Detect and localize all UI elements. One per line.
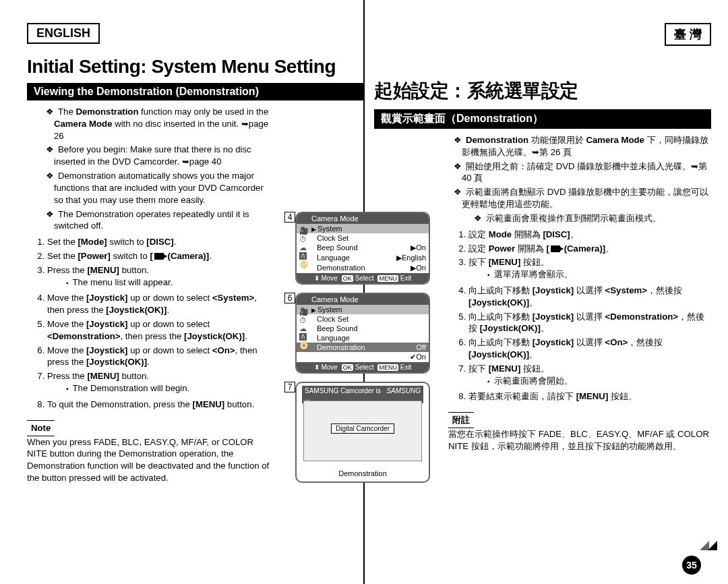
step-item: 設定 Power 開關為 [ (Camera)]。 (468, 243, 711, 255)
step-item: 向上或向下移動 [Joystick] 以選擇 <Demonstration>，然… (468, 311, 711, 335)
note-text: When you press FADE, BLC, EASY.Q, MF/AF,… (27, 436, 270, 484)
substep: 選單清單將會顯示。 (487, 268, 711, 281)
menu-row-selected: DemonstrationOff (297, 343, 429, 352)
intro-item: The Demonstration operates repeatedly un… (46, 208, 270, 233)
screen-title: Camera Mode (297, 294, 429, 305)
substep: The menu list will appear. (66, 276, 270, 289)
step-item: 設定 Mode 開關為 [DISC]。 (468, 229, 711, 241)
step-item: Move the [Joystick] up or down to select… (47, 345, 270, 369)
step-item: 按下 [MENU] 按鈕。 示範畫面將會開始。 (468, 363, 711, 387)
intro-item: Demonstration 功能僅限用於 Camera Mode 下，同時攝錄放… (454, 134, 711, 158)
screen-footer: ⬍ Move OK Select MENU Exit (297, 362, 429, 372)
figure-label-6: 6 (284, 293, 295, 303)
step-item: Set the [Power] switch to [ (Camera)]. (47, 250, 270, 262)
lang-badge-taiwan: 臺 灣 (665, 23, 711, 46)
note-label: 附註 (448, 412, 474, 428)
sidebar-icons: 🎥⏱☁🅰📀 (299, 308, 309, 350)
title-right: 起始設定：系統選單設定 (374, 78, 711, 104)
step-item: Set the [Mode] switch to [DISC]. (47, 236, 270, 248)
intro-item: 示範畫面將自動顯示 DVD 攝錄放影機中的主要功能，讓您可以更輕鬆地使用這些功能… (454, 186, 711, 210)
figure-label-4: 4 (284, 212, 295, 223)
substep: 示範畫面將會開始。 (487, 375, 711, 387)
note-text: 當您在示範操作時按下 FADE、BLC、EASY.Q、MF/AF 或 COLOR… (448, 428, 711, 452)
camera-icon (154, 253, 164, 260)
center-figures: 4 🎥⏱☁🅰📀 Camera Mode System Clock Set Bee… (295, 212, 433, 483)
intro-item: 示範畫面會重複操作直到關閉示範畫面模式。 (474, 212, 711, 225)
intro-item: 開始使用之前：請確定 DVD 攝錄放影機中並未插入光碟。➥第 40 頁 (454, 160, 711, 185)
menu-screen-6: 🎥⏱☁🅰📀 Camera Mode System Clock Set Beep … (295, 293, 430, 374)
menu-row: Language (297, 333, 429, 343)
subheading-left: Viewing the Demonstration (Demonstration… (27, 83, 364, 100)
menu-row: Clock Set (297, 233, 429, 243)
menu-row: Beep Sound (297, 324, 429, 333)
menu-row: ✔On (297, 352, 429, 362)
left-body: The Demonstration function may only be u… (27, 106, 270, 484)
step-item: 向上或向下移動 [Joystick] 以選擇 <On>，然後按 [Joystic… (468, 337, 711, 361)
step-item: 若要結束示範畫面，請按下 [MENU] 按鈕。 (468, 390, 711, 403)
step-item: Press the [MENU] button. The Demonstrati… (47, 370, 270, 395)
lang-badge-english: ENGLISH (27, 23, 100, 44)
screen-title: Camera Mode (297, 213, 429, 224)
step-item: Move the [Joystick] up or down to select… (47, 318, 270, 343)
menu-screen-4: 🎥⏱☁🅰📀 Camera Mode System Clock Set Beep … (295, 212, 430, 285)
menu-row: Beep Sound▶On (297, 243, 429, 253)
step-item: 按下 [MENU] 按鈕。 選單清單將會顯示。 (468, 256, 711, 281)
intro-item: Before you begin: Make sure that there i… (46, 144, 270, 168)
step-item: To quit the Demonstration, press the [ME… (47, 399, 270, 411)
step-item: 向上或向下移動 [Joystick] 以選擇 <System>，然後按 [Joy… (468, 285, 711, 309)
promo-label: Digital Camcorder (331, 424, 394, 434)
screen-footer: ⬍ Move OK Select MENU Exit (297, 273, 429, 283)
menu-row: Demonstration▶On (297, 263, 429, 273)
menu-section: System (297, 224, 429, 233)
intro-item: Demonstration automatically shows you th… (46, 170, 270, 206)
menu-section: System (297, 305, 429, 314)
title-left: Initial Setting: System Menu Setting (27, 56, 364, 78)
subheading-right: 觀賞示範畫面（Demonstration） (374, 109, 711, 129)
intro-item: The Demonstration function may only be u… (46, 106, 270, 142)
menu-row: Language▶English (297, 253, 429, 263)
figure-label-7: 7 (284, 382, 295, 392)
menu-row: Clock Set (297, 314, 429, 324)
note-label: Note (27, 420, 55, 436)
demo-screen-7: SAMSUNG Camcorder is ... SAMSUNG Digital… (295, 382, 430, 483)
page-number: 35 (682, 556, 701, 575)
substep: The Demonstration will begin. (66, 382, 270, 395)
step-item: Press the [MENU] button. The menu list w… (47, 264, 270, 289)
sidebar-icons: 🎥⏱☁🅰📀 (299, 227, 309, 269)
decor-arrow (708, 541, 717, 550)
promo-footer: Demonstration (297, 469, 429, 477)
camera-icon (551, 245, 560, 252)
step-item: Move the [Joystick] up or down to select… (47, 292, 270, 316)
